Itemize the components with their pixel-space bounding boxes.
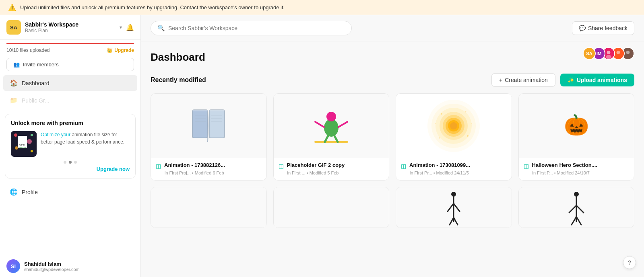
workspace-plan: Basic Plan — [25, 28, 116, 33]
sidebar-item-dashboard[interactable]: 🏠 Dashboard — [3, 75, 137, 91]
svg-rect-24 — [192, 110, 208, 111]
search-icon: 🔍 — [157, 25, 165, 32]
workspace-info: Sabbir's Workspace Basic Plan — [25, 21, 116, 33]
animation-card-8[interactable] — [518, 187, 635, 228]
svg-point-59 — [574, 192, 579, 197]
card-title-4: Halloween Hero Section.... — [532, 162, 598, 169]
home-icon: 🏠 — [10, 79, 18, 87]
upload-animations-button[interactable]: ✨ Upload animations — [560, 74, 634, 86]
card-meta-1: in First Proj... • Modified 6 Feb — [156, 170, 262, 175]
main-header: 🔍 💬 Share feedback — [141, 15, 644, 41]
sparkle-icon: ✨ — [568, 77, 574, 83]
bell-icon[interactable]: 🔔 — [126, 24, 134, 31]
dot-1 — [64, 161, 66, 164]
help-button[interactable]: ? — [623, 256, 636, 269]
card-preview-6 — [274, 187, 389, 228]
chevron-down-icon[interactable]: ▾ — [120, 25, 122, 30]
create-animation-button[interactable]: + Create animation — [491, 73, 555, 87]
user-info[interactable]: SI Shahidul Islam shahidul@wpdeveloper.c… — [0, 255, 140, 277]
card-preview-1 — [151, 94, 266, 158]
card-preview-4: 🎃 — [519, 94, 634, 158]
upgrade-button[interactable]: 👑 Upgrade — [107, 47, 134, 53]
invite-members-button[interactable]: 👥 Invite members — [6, 58, 134, 71]
workspace-avatar: SA — [6, 20, 21, 35]
premium-description: Optimize your animation file size for be… — [41, 131, 130, 146]
svg-text:MIZED: MIZED — [19, 146, 26, 149]
svg-point-46 — [471, 123, 472, 124]
search-box[interactable]: 🔍 — [151, 21, 352, 35]
recently-modified-title: Recently modified — [151, 76, 206, 84]
user-plus-icon: 👥 — [13, 62, 20, 68]
animation-card-4[interactable]: 🎃 ◫ Halloween Hero Section.... in First … — [518, 93, 635, 181]
svg-text:OPTI-: OPTI- — [19, 144, 26, 146]
upgrade-banner: ⚠️ Upload unlimited files and unlock all… — [0, 0, 644, 15]
svg-point-43 — [467, 135, 469, 137]
user-name: Shahidul Islam — [24, 261, 80, 267]
chat-icon: 💬 — [579, 25, 586, 31]
crown-icon: 👑 — [107, 47, 113, 53]
card-title-2: Placeholder GIF 2 copy — [287, 162, 345, 169]
globe-icon: 🌐 — [10, 188, 18, 196]
user-details: Shahidul Islam shahidul@wpdeveloper.com — [24, 261, 80, 272]
user-avatar: SI — [6, 259, 20, 273]
animation-file-icon-4: ◫ — [524, 163, 529, 169]
files-progress-bar — [6, 43, 134, 44]
svg-point-2 — [31, 150, 33, 152]
main-content: 🔍 💬 Share feedback SA IM — [141, 15, 644, 277]
svg-point-28 — [326, 112, 336, 121]
actions-row: + Create animation ✨ Upload animations — [491, 73, 634, 87]
upgrade-now-button[interactable]: Upgrade now — [11, 166, 130, 172]
sidebar-item-projects[interactable]: 📁 Public Gr... — [3, 92, 137, 108]
page-title: Dashboard — [151, 51, 634, 64]
dot-2 — [69, 161, 72, 164]
svg-rect-25 — [209, 110, 225, 111]
svg-point-53 — [451, 192, 456, 197]
svg-rect-17 — [209, 110, 225, 138]
svg-point-7 — [27, 139, 32, 144]
svg-line-29 — [315, 122, 324, 127]
svg-line-50 — [454, 203, 460, 211]
svg-point-15 — [626, 51, 630, 54]
card-title-1: Animation - 173882126... — [164, 162, 225, 169]
search-input[interactable] — [168, 25, 345, 31]
svg-point-27 — [324, 119, 339, 137]
animation-card-3[interactable]: ◫ Animation - 173081099... in First Pr..… — [396, 93, 512, 181]
svg-line-32 — [334, 136, 338, 142]
progress-bar-fill — [6, 43, 134, 44]
folder-icon: 📁 — [10, 96, 18, 104]
sidebar-item-profile[interactable]: 🌐 Profile — [3, 184, 137, 200]
sidebar: SA Sabbir's Workspace Basic Plan ▾ 🔔 10/… — [0, 15, 141, 277]
dashboard-content: SA IM Dashboard Recently modified — [141, 41, 644, 238]
share-feedback-button[interactable]: 💬 Share feedback — [572, 21, 634, 35]
user-email: shahidul@wpdeveloper.com — [24, 267, 80, 272]
workspace-header[interactable]: SA Sabbir's Workspace Basic Plan ▾ 🔔 — [0, 15, 140, 40]
carousel-dots — [11, 161, 130, 164]
svg-point-13 — [617, 51, 620, 54]
svg-point-10 — [607, 51, 611, 54]
animation-card-6[interactable] — [273, 187, 390, 228]
premium-card: Unlock more with premium OPT — [5, 114, 136, 179]
svg-line-49 — [448, 203, 454, 211]
card-info-1: ◫ Animation - 173882126... in First Proj… — [151, 158, 266, 180]
animation-card-1[interactable]: ◫ Animation - 173882126... in First Proj… — [151, 93, 267, 181]
animation-file-icon-2: ◫ — [279, 163, 284, 169]
avatar-1: SA — [583, 47, 596, 60]
animations-grid: ◫ Animation - 173882126... in First Proj… — [151, 93, 634, 228]
svg-point-42 — [465, 111, 466, 113]
animation-file-icon-1: ◫ — [156, 163, 161, 169]
card-preview-3 — [396, 94, 512, 158]
card-preview-5 — [151, 187, 266, 228]
card-preview-2 — [274, 94, 389, 158]
card-title-3: Animation - 173081099... — [409, 162, 470, 169]
svg-point-44 — [439, 137, 440, 139]
animation-card-2[interactable]: ◫ Placeholder GIF 2 copy in First ... • … — [273, 93, 390, 181]
svg-line-56 — [576, 205, 584, 213]
warning-icon: ⚠️ — [8, 4, 16, 11]
card-meta-2: in First ... • Modified 5 Feb — [279, 170, 384, 175]
card-meta-3: in First Pr... • Modified 24/11/5 — [401, 170, 507, 175]
header-right: 💬 Share feedback — [572, 21, 634, 35]
animation-card-7[interactable] — [396, 187, 512, 228]
card-info-3: ◫ Animation - 173081099... in First Pr..… — [396, 158, 512, 180]
svg-line-31 — [325, 136, 328, 142]
animation-card-5[interactable] — [151, 187, 267, 228]
